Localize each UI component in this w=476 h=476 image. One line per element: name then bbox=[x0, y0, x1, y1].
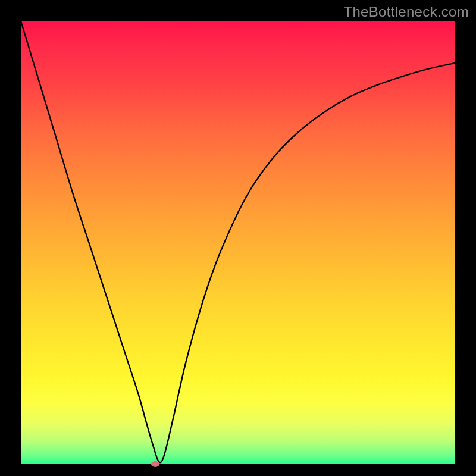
watermark-text: TheBottleneck.com bbox=[343, 4, 469, 20]
curve-svg bbox=[21, 21, 455, 464]
chart-frame: TheBottleneck.com bbox=[0, 0, 476, 476]
plot-area bbox=[21, 21, 455, 464]
bottleneck-curve bbox=[21, 21, 455, 462]
min-marker bbox=[151, 461, 159, 467]
